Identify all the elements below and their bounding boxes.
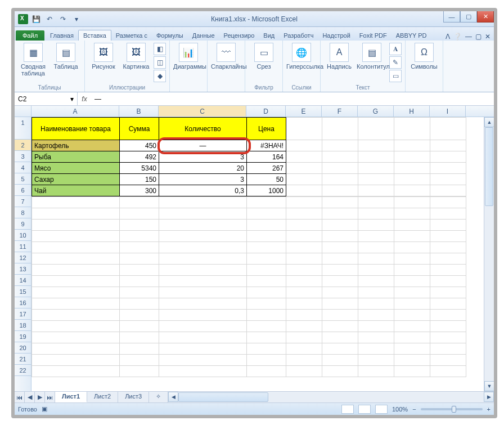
tab-foxit[interactable]: Foxit PDF: [355, 30, 392, 41]
help-icon[interactable]: ❔: [453, 33, 462, 41]
row-header-14[interactable]: 14: [15, 275, 31, 286]
col-header-G[interactable]: G: [358, 106, 394, 117]
sheet-tab-2[interactable]: Лист2: [87, 392, 118, 402]
row-header-4[interactable]: 4: [15, 162, 31, 173]
sheet-nav-prev[interactable]: ◀: [25, 392, 35, 402]
row-header-16[interactable]: 16: [15, 297, 31, 308]
cell-B1[interactable]: Сумма: [120, 118, 159, 140]
tab-insert[interactable]: Вставка: [78, 30, 111, 41]
vscroll-thumb[interactable]: [485, 127, 493, 206]
picture-button[interactable]: 🖼Рисунок: [88, 43, 119, 70]
cell-C6[interactable]: 0,3: [159, 185, 247, 196]
row-header-18[interactable]: 18: [15, 320, 31, 331]
doc-restore-icon[interactable]: ▢: [475, 33, 482, 41]
name-box[interactable]: C2▾: [15, 92, 78, 105]
cell-D5[interactable]: 50: [247, 174, 286, 185]
new-sheet-button[interactable]: ✧: [149, 392, 168, 402]
row-header-3[interactable]: 3: [15, 151, 31, 162]
smartart-button[interactable]: ◫: [154, 56, 166, 69]
row-header-21[interactable]: 21: [15, 354, 31, 365]
table-button[interactable]: ▤Таблица: [51, 43, 81, 70]
symbols-button[interactable]: ΩСимволы: [409, 43, 439, 70]
scroll-up-icon[interactable]: ▲: [484, 117, 494, 127]
screenshot-button[interactable]: ◆: [154, 70, 166, 82]
row-header-11[interactable]: 11: [15, 241, 31, 252]
sheet-nav-next[interactable]: ▶: [35, 392, 45, 402]
cell-C1[interactable]: Количество: [159, 118, 247, 140]
cell-D4[interactable]: 267: [247, 163, 286, 174]
cell-D3[interactable]: 164: [247, 151, 286, 163]
doc-close-icon[interactable]: ✕: [485, 33, 490, 41]
view-layout-button[interactable]: [358, 405, 371, 414]
cell-A5[interactable]: Сахар: [32, 174, 120, 185]
textbox-button[interactable]: AНадпись: [324, 43, 354, 70]
signature-button[interactable]: ✎: [389, 56, 402, 69]
cell-B6[interactable]: 300: [120, 185, 159, 196]
col-header-I[interactable]: I: [430, 106, 466, 117]
cell-C5[interactable]: 3: [159, 174, 247, 185]
cell-D1[interactable]: Цена: [247, 118, 286, 140]
cell-B5[interactable]: 150: [120, 174, 159, 185]
row-header-5[interactable]: 5: [15, 173, 31, 185]
tab-pagelayout[interactable]: Разметка с: [111, 30, 152, 41]
object-button[interactable]: ▭: [389, 70, 402, 82]
row-header-2[interactable]: 2: [15, 140, 31, 151]
row-header-15[interactable]: 15: [15, 286, 31, 297]
horizontal-scrollbar[interactable]: ◀ ▶: [168, 392, 494, 402]
tab-view[interactable]: Вид: [259, 30, 279, 41]
sheet-nav-last[interactable]: ⏭: [45, 392, 55, 402]
fx-icon[interactable]: fx: [78, 95, 91, 103]
row-header-19[interactable]: 19: [15, 331, 31, 342]
cell-A2[interactable]: Картофель: [32, 140, 120, 151]
row-header-20[interactable]: 20: [15, 342, 31, 354]
cell-D2[interactable]: #ЗНАЧ!: [247, 140, 286, 151]
row-header-6[interactable]: 6: [15, 185, 31, 196]
row-header-12[interactable]: 12: [15, 252, 31, 263]
hyperlink-button[interactable]: 🌐Гиперссылка: [286, 43, 317, 70]
row-header-10[interactable]: 10: [15, 230, 31, 241]
cell-A6[interactable]: Чай: [32, 185, 120, 196]
ribbon-minimize-icon[interactable]: ᐱ: [446, 33, 450, 41]
clipart-button[interactable]: 🖼Картинка: [121, 43, 151, 70]
zoom-slider[interactable]: [421, 408, 483, 410]
sheet-tab-1[interactable]: Лист1: [55, 392, 87, 402]
tab-abbyy[interactable]: ABBYY PD: [392, 30, 431, 41]
close-button[interactable]: ✕: [477, 11, 494, 23]
col-header-C[interactable]: C: [159, 106, 246, 117]
scroll-left-icon[interactable]: ◀: [168, 392, 178, 402]
macro-record-icon[interactable]: ▣: [42, 405, 47, 413]
col-header-E[interactable]: E: [286, 106, 322, 117]
sheet-tab-3[interactable]: Лист3: [118, 392, 149, 402]
col-header-D[interactable]: D: [246, 106, 286, 117]
zoom-level[interactable]: 100%: [392, 406, 408, 413]
col-header-H[interactable]: H: [394, 106, 430, 117]
minimize-button[interactable]: —: [443, 11, 460, 23]
row-header-8[interactable]: 8: [15, 207, 31, 218]
file-tab[interactable]: Файл: [16, 30, 44, 41]
cell-C4[interactable]: 20: [159, 163, 247, 174]
scroll-right-icon[interactable]: ▶: [484, 392, 494, 402]
row-header-9[interactable]: 9: [15, 218, 31, 230]
shapes-button[interactable]: ◧: [154, 43, 166, 55]
wordart-button[interactable]: 𝐀: [389, 43, 402, 55]
sheet-nav-first[interactable]: ⏮: [15, 392, 25, 402]
sparklines-button[interactable]: 〰Спарклайны: [211, 43, 241, 70]
tab-home[interactable]: Главная: [46, 30, 78, 41]
slicer-button[interactable]: ▭Срез: [249, 43, 279, 70]
cell-B4[interactable]: 5340: [120, 163, 159, 174]
cell-B2[interactable]: 450: [120, 140, 159, 151]
tab-review[interactable]: Рецензиро: [219, 30, 259, 41]
pivottable-button[interactable]: ▦Сводная таблица: [18, 43, 48, 77]
tab-developer[interactable]: Разработч: [279, 30, 318, 41]
redo-button[interactable]: ↷: [57, 14, 69, 25]
scroll-down-icon[interactable]: ▼: [484, 381, 494, 391]
row-header-1[interactable]: 1: [15, 117, 31, 140]
doc-min-icon[interactable]: —: [465, 33, 472, 41]
row-header-17[interactable]: 17: [15, 308, 31, 320]
maximize-button[interactable]: ▢: [460, 11, 477, 23]
select-all-corner[interactable]: [15, 106, 32, 117]
cell-A3[interactable]: Рыба: [32, 151, 120, 163]
spreadsheet-grid[interactable]: Наименование товара Сумма Количество Цен…: [32, 117, 466, 196]
headerfooter-button[interactable]: ▤Колонтитулы: [357, 43, 387, 70]
row-header-7[interactable]: 7: [15, 196, 31, 207]
